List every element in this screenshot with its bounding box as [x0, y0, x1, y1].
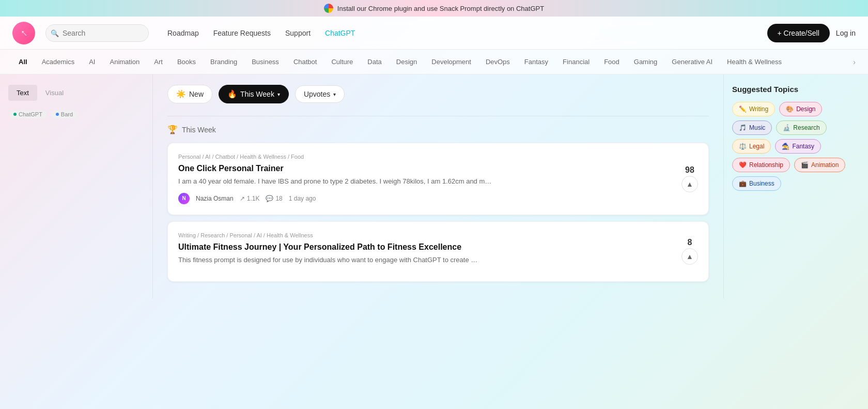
- suggested-topics-title: Suggested Topics: [732, 85, 860, 94]
- nav-roadmap[interactable]: Roadmap: [167, 29, 199, 37]
- content-divider: [167, 116, 709, 116]
- prompt-card: Personal / AI / Chatbot / Health & Welln…: [167, 143, 709, 215]
- new-icon: ☀️: [176, 89, 186, 99]
- upvote-button[interactable]: ▲: [681, 248, 698, 265]
- cat-tab-devops[interactable]: DevOps: [479, 55, 516, 69]
- cat-tab-generative-ai[interactable]: Generative AI: [665, 55, 719, 69]
- vote-count: 98: [685, 165, 694, 175]
- fire-icon: 🔥: [227, 89, 237, 99]
- new-filter-button[interactable]: ☀️ New: [167, 85, 212, 103]
- header: ↑ 🔍 Roadmap Feature Requests Support Cha…: [0, 17, 868, 50]
- cat-tab-design[interactable]: Design: [390, 55, 423, 69]
- music-label: Music: [749, 124, 765, 131]
- left-sidebar: Text Visual ChatGPT Bard: [0, 74, 153, 298]
- research-label: Research: [793, 124, 819, 131]
- prompt-author[interactable]: Nazia Osman: [196, 195, 234, 202]
- source-chatgpt[interactable]: ChatGPT: [9, 110, 47, 118]
- search-box: 🔍: [45, 24, 149, 42]
- prompt-excerpt: This fitness prompt is designed for use …: [178, 255, 698, 265]
- prompt-title[interactable]: Ultimate Fitness Journey | Your Personal…: [178, 243, 698, 252]
- cat-tab-books[interactable]: Books: [171, 55, 202, 69]
- section-label: This Week: [182, 126, 216, 134]
- trophy-icon: 🏆: [167, 125, 178, 134]
- cat-tab-ai[interactable]: AI: [83, 55, 101, 69]
- comments-count: 💬 18: [266, 195, 282, 202]
- vote-count: 8: [688, 238, 692, 247]
- cat-tab-chatbot[interactable]: Chatbot: [287, 55, 323, 69]
- chevron-down-icon: ▾: [277, 92, 280, 97]
- relationship-icon: ❤️: [739, 161, 747, 169]
- main-layout: Text Visual ChatGPT Bard ☀️ New 🔥 This W…: [0, 74, 868, 298]
- this-week-filter-button[interactable]: 🔥 This Week ▾: [219, 85, 289, 103]
- header-right: + Create/Sell Log in: [767, 24, 856, 42]
- prompt-breadcrumb: Writing / Research / Personal / AI / Hea…: [178, 232, 698, 238]
- design-label: Design: [796, 105, 815, 113]
- pill-relationship[interactable]: ❤️ Relationship: [732, 158, 790, 172]
- cat-tab-food[interactable]: Food: [598, 55, 626, 69]
- upvote-button[interactable]: ▲: [681, 176, 698, 192]
- share-icon: ↗: [240, 195, 245, 202]
- prompt-time: 1 day ago: [289, 195, 316, 202]
- writing-label: Writing: [749, 105, 768, 113]
- cat-tab-academics[interactable]: Academics: [36, 55, 81, 69]
- legal-icon: ⚖️: [739, 143, 747, 150]
- nav-chatgpt[interactable]: ChatGPT: [325, 29, 355, 37]
- cat-tab-data[interactable]: Data: [361, 55, 388, 69]
- text-tab[interactable]: Text: [8, 85, 37, 101]
- prompt-meta: N Nazia Osman ↗ 1.1K 💬 18 1 day ago: [178, 193, 698, 204]
- section-header: 🏆 This Week: [167, 125, 709, 134]
- upvotes-label: Upvotes: [304, 90, 330, 98]
- login-button[interactable]: Log in: [836, 29, 856, 37]
- cat-tab-business[interactable]: Business: [245, 55, 285, 69]
- pill-writing[interactable]: ✏️ Writing: [732, 102, 775, 116]
- nav-support[interactable]: Support: [285, 29, 311, 37]
- prompt-card: Writing / Research / Personal / AI / Hea…: [167, 221, 709, 282]
- chatgpt-label: ChatGPT: [19, 111, 42, 117]
- cat-tab-all[interactable]: All: [12, 55, 34, 69]
- visual-tab[interactable]: Visual: [37, 85, 72, 101]
- content-area: ☀️ New 🔥 This Week ▾ Upvotes ▾ 🏆 This We…: [153, 74, 723, 298]
- cat-tab-fantasy[interactable]: Fantasy: [518, 55, 554, 69]
- source-bard[interactable]: Bard: [52, 110, 77, 118]
- create-sell-button[interactable]: + Create/Sell: [767, 24, 830, 42]
- cat-tab-gaming[interactable]: Gaming: [628, 55, 664, 69]
- cat-tab-animation[interactable]: Animation: [104, 55, 146, 69]
- comment-icon: 💬: [266, 195, 273, 202]
- nav-feature-requests[interactable]: Feature Requests: [213, 29, 271, 37]
- category-arrow[interactable]: ›: [853, 58, 856, 66]
- search-icon: 🔍: [51, 29, 59, 37]
- prompt-title[interactable]: One Click Personal Trainer: [178, 164, 698, 173]
- upvotes-dropdown[interactable]: Upvotes ▾: [295, 85, 345, 103]
- this-week-label: This Week: [240, 90, 274, 98]
- music-icon: 🎵: [739, 124, 747, 131]
- business-label: Business: [749, 180, 774, 187]
- business-icon: 💼: [739, 180, 747, 187]
- pill-music[interactable]: 🎵 Music: [732, 120, 772, 135]
- cat-tab-financial[interactable]: Financial: [556, 55, 596, 69]
- logo[interactable]: ↑: [12, 22, 35, 44]
- design-icon: 🎨: [786, 105, 794, 113]
- pill-business[interactable]: 💼 Business: [732, 176, 781, 191]
- animation-icon: 🎬: [801, 161, 809, 169]
- pill-research[interactable]: 🔬 Research: [776, 120, 826, 135]
- cat-tab-health[interactable]: Health & Wellness: [721, 55, 788, 69]
- fantasy-icon: 🧙: [782, 143, 789, 150]
- legal-label: Legal: [749, 143, 764, 150]
- cat-tab-art[interactable]: Art: [148, 55, 169, 69]
- research-icon: 🔬: [783, 124, 791, 131]
- search-input[interactable]: [45, 24, 149, 42]
- pill-fantasy[interactable]: 🧙 Fantasy: [775, 139, 821, 154]
- prompt-excerpt: I am a 40 year old female. I have IBS an…: [178, 176, 698, 187]
- pill-animation[interactable]: 🎬 Animation: [794, 158, 845, 172]
- main-nav: Roadmap Feature Requests Support ChatGPT: [167, 29, 355, 37]
- cat-tab-branding[interactable]: Branding: [204, 55, 243, 69]
- upvotes-chevron-icon: ▾: [333, 92, 336, 97]
- relationship-label: Relationship: [749, 161, 783, 169]
- cat-tab-culture[interactable]: Culture: [325, 55, 359, 69]
- banner-text: Install our Chrome plugin and use Snack …: [337, 5, 544, 12]
- pill-legal[interactable]: ⚖️ Legal: [732, 139, 771, 154]
- chrome-icon: [324, 4, 333, 13]
- cat-tab-development[interactable]: Development: [425, 55, 477, 69]
- vote-block: 98 ▲: [681, 165, 698, 192]
- pill-design[interactable]: 🎨 Design: [779, 102, 822, 116]
